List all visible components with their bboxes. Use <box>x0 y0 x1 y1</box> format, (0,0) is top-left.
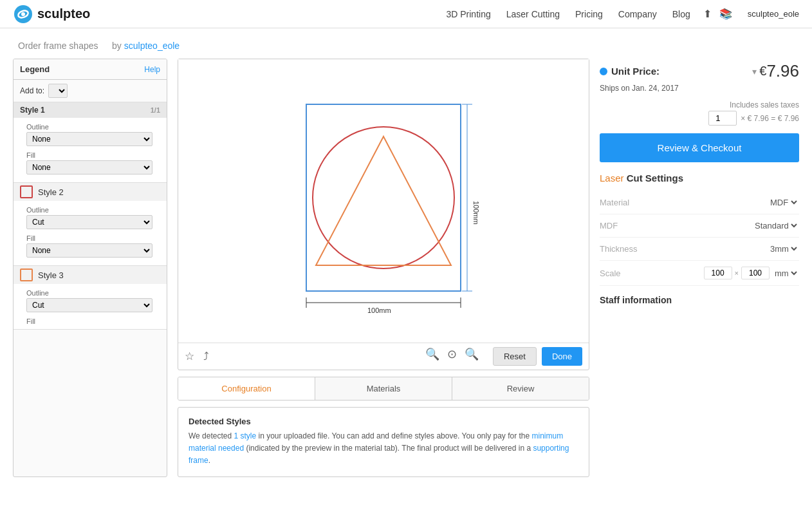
style-3-outline-label: Outline <box>20 288 160 297</box>
page-title-text: Order frame shapes <box>18 41 98 51</box>
navbar-user[interactable]: sculpteo_eole <box>748 9 799 19</box>
style-3-row: Style 3 <box>14 266 167 284</box>
navbar-icon-area: ⬆ 📚 sculpteo_eole <box>703 8 799 20</box>
library-icon[interactable]: 📚 <box>719 8 732 20</box>
svg-point-2 <box>21 12 25 16</box>
canvas-svg: 100mm 100mm <box>268 85 499 317</box>
price-row: Unit Price: ▾ € 7.96 <box>600 61 799 81</box>
unit-price-text: Unit Price: <box>611 66 660 77</box>
style-3-body: Outline Cut Fill <box>14 284 167 329</box>
svg-text:100mm: 100mm <box>472 201 480 225</box>
page-header: Order frame shapes by sculpteo_eole <box>0 28 812 59</box>
style-3-outline-select[interactable]: Cut <box>26 298 152 312</box>
style-2-fill-select[interactable]: None <box>26 243 152 258</box>
canvas-footer: ☆ ⤴ 🔍 ⊙ 🔍 Reset Done <box>178 343 589 370</box>
staff-info: Staff information <box>600 295 799 305</box>
logo-icon <box>13 4 33 24</box>
canvas-icons: ☆ ⤴ <box>185 350 209 363</box>
page-title-user: sculpteo_eole <box>124 41 180 51</box>
zoom-fit-icon[interactable]: ⊙ <box>447 347 457 366</box>
logo-text: sculpteo <box>37 6 90 21</box>
scale-y-input[interactable] <box>741 267 770 279</box>
add-to-row: Add to: <box>14 80 167 102</box>
nav-blog[interactable]: Blog <box>672 9 690 19</box>
style-3-color <box>20 269 33 281</box>
logo[interactable]: sculpteo <box>13 4 90 24</box>
scale-x-input[interactable] <box>704 267 732 279</box>
style-2-outline-select[interactable]: Cut <box>26 215 152 229</box>
left-panel: Legend Help Add to: Style 1 1/1 Outline … <box>13 59 167 477</box>
style-3-name: Style 3 <box>38 270 64 280</box>
style-1-fill-select[interactable]: None <box>26 160 152 174</box>
material-row: Material MDF <box>600 191 799 214</box>
upload-icon[interactable]: ⬆ <box>703 8 712 20</box>
material-select[interactable]: MDF <box>768 197 799 208</box>
tab-review[interactable]: Review <box>452 377 589 400</box>
tabs-row: Configuration Materials Review <box>178 377 589 401</box>
page-title-by: by sculpteo_eole <box>107 41 180 51</box>
checkout-button[interactable]: Review & Checkout <box>600 133 799 162</box>
scale-unit-select[interactable]: mm <box>772 268 799 279</box>
includes-tax-label: Includes sales taxes <box>730 100 799 109</box>
tab-configuration[interactable]: Configuration <box>178 377 315 400</box>
svg-marker-13 <box>316 137 451 265</box>
laser-cut-settings-title: Laser Cut Settings <box>600 173 799 184</box>
style-1-page: 1/1 <box>151 106 160 114</box>
style-1-outline-label: Outline <box>20 122 160 131</box>
mdf-value: Standard <box>752 220 799 231</box>
zoom-in-icon[interactable]: 🔍 <box>465 347 479 366</box>
detected-styles-text: We detected 1 style in your uploaded fil… <box>189 430 578 467</box>
thickness-value: 3mm <box>768 243 799 254</box>
material-label: Material <box>600 198 629 207</box>
canvas-container: 100mm 100mm <box>178 59 589 343</box>
detected-link-1[interactable]: 1 style <box>234 431 257 440</box>
style-1-fill-label: Fill <box>20 150 160 159</box>
done-button[interactable]: Done <box>542 347 582 366</box>
reset-button[interactable]: Reset <box>493 347 537 366</box>
help-link[interactable]: Help <box>144 65 160 74</box>
nav-3d-printing[interactable]: 3D Printing <box>446 9 490 19</box>
style-3-section: Style 3 Outline Cut Fill <box>14 266 167 330</box>
price-arrow: ▾ <box>752 66 757 77</box>
scale-x-symbol: × <box>735 269 739 277</box>
add-to-label: Add to: <box>20 86 44 95</box>
style-1-name: Style 1 <box>20 106 45 115</box>
page-title: Order frame shapes by sculpteo_eole <box>13 37 799 52</box>
quantity-input[interactable] <box>708 111 737 126</box>
scale-inputs: × mm <box>704 267 799 279</box>
qty-row: Includes sales taxes <box>600 100 799 109</box>
mdf-label: MDF <box>600 221 618 231</box>
add-to-select[interactable] <box>48 84 68 98</box>
unit-price-radio[interactable] <box>600 68 607 75</box>
main-layout: Legend Help Add to: Style 1 1/1 Outline … <box>0 59 812 490</box>
detected-link-3[interactable]: supporting frame <box>189 444 569 465</box>
style-2-row: Style 2 <box>14 183 167 201</box>
style-1-header: Style 1 1/1 <box>14 102 167 118</box>
share-icon[interactable]: ⤴ <box>203 350 209 363</box>
scale-label: Scale <box>600 269 621 278</box>
scale-unit: mm <box>772 268 799 279</box>
right-panel: Unit Price: ▾ € 7.96 Ships on Jan. 24, 2… <box>600 59 799 477</box>
nav-company[interactable]: Company <box>618 9 657 19</box>
style-2-section: Style 2 Outline Cut Fill None <box>14 183 167 266</box>
svg-text:100mm: 100mm <box>367 306 391 314</box>
thickness-select[interactable]: 3mm <box>768 243 799 254</box>
mdf-row: MDF Standard <box>600 214 799 238</box>
style-2-color <box>20 185 33 198</box>
style-2-body: Outline Cut Fill None <box>14 201 167 265</box>
nav-laser-cutting[interactable]: Laser Cutting <box>506 9 560 19</box>
tab-materials[interactable]: Materials <box>315 377 452 400</box>
star-icon[interactable]: ☆ <box>185 350 194 363</box>
nav-pricing[interactable]: Pricing <box>575 9 603 19</box>
qty-calc-row: × € 7.96 = € 7.96 <box>600 111 799 126</box>
price-currency: € <box>759 64 766 79</box>
detected-styles: Detected Styles We detected 1 style in y… <box>178 407 589 477</box>
svg-point-12 <box>313 127 454 269</box>
style-1-outline-select[interactable]: None <box>26 132 152 146</box>
price-display: ▾ € 7.96 <box>752 61 799 81</box>
zoom-out-icon[interactable]: 🔍 <box>425 347 439 366</box>
mdf-select[interactable]: Standard <box>752 220 799 231</box>
thickness-row: Thickness 3mm <box>600 238 799 261</box>
price-value: 7.96 <box>766 61 799 81</box>
detected-styles-title: Detected Styles <box>189 417 578 426</box>
